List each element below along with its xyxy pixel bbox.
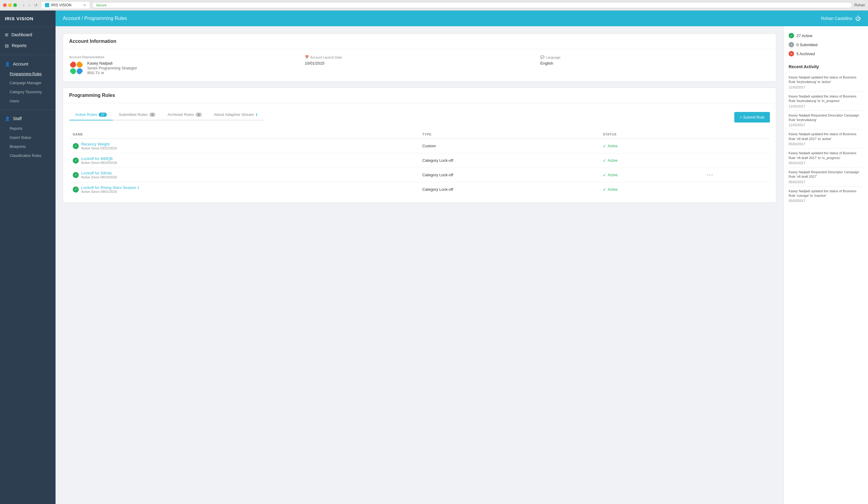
breadcrumb: Account / Programming Rules	[63, 16, 127, 21]
rule-name[interactable]: Recency Weight	[81, 142, 117, 146]
sidebar-item-programming-rules[interactable]: Programming Rules	[5, 69, 55, 79]
app-logo: IRIS VISION	[0, 11, 55, 27]
tabs-header: Active Rules 27 Submitted Rules 0 Archiv…	[69, 109, 264, 121]
sidebar-section-main: ⊞ Dashboard ▤ Reports	[0, 27, 55, 53]
forward-button[interactable]: ›	[28, 2, 31, 8]
sidebar-label-dashboard: Dashboard	[11, 32, 32, 37]
address-bar[interactable]: Secure	[92, 2, 852, 8]
rep-label: Account Representative	[69, 55, 299, 59]
rule-name[interactable]: Lockoff for MMQB	[81, 156, 117, 161]
language-section: 💬 Language English	[540, 55, 770, 65]
stats-list: ✓ 27 Active ✓ 0 Submitted ✕ 5 Archived	[789, 31, 863, 58]
browser-nav: ‹ › ↺	[22, 2, 39, 8]
submit-rule-button[interactable]: + Submit Rule	[734, 112, 770, 123]
sidebar-item-staff[interactable]: 👤 Staff	[0, 113, 55, 124]
launch-date-value: 10/01/2015	[305, 61, 535, 65]
active-check-icon: ✓	[603, 173, 606, 177]
tab-adaptive-stream[interactable]: About Adaptive Stream ℹ	[208, 109, 264, 120]
tab-archived-rules[interactable]: Archived Rules 5	[162, 109, 208, 120]
more-options[interactable]: •••	[706, 172, 713, 177]
logout-button[interactable]: ⏻	[855, 16, 861, 22]
tab-active-rules[interactable]: Active Rules 27	[69, 109, 113, 121]
active-check-icon: ✓	[603, 158, 606, 163]
reload-button[interactable]: ↺	[33, 2, 39, 8]
col-name: NAME	[69, 130, 418, 139]
rule-status-icon: ✓	[73, 143, 79, 149]
stat-archived-label: 5 Archived	[796, 52, 815, 56]
rule-name[interactable]: Lockoff for SIKids	[81, 171, 117, 175]
top-header: Account / Programming Rules Rohan Castel…	[55, 11, 868, 26]
activity-date: 05/02/2017	[789, 161, 863, 165]
rule-status: ✓ Active	[603, 158, 699, 163]
sidebar-item-category-taxonomy[interactable]: Category Taxonomy	[5, 88, 55, 96]
sidebar-item-blueprints[interactable]: Blueprints	[5, 142, 55, 151]
tab-btn-area: Active Rules 27 Submitted Rules 0 Archiv…	[69, 109, 770, 125]
activity-date: 05/02/2017	[789, 199, 863, 203]
stat-submitted: ✓ 0 Submitted	[789, 40, 863, 49]
sidebar-sub-account: Programming Rules Campaign Manager Categ…	[0, 69, 55, 106]
close-dot[interactable]	[3, 3, 7, 7]
sidebar-item-staff-reports[interactable]: Reports	[5, 124, 55, 133]
rule-type: Category Lock-off	[418, 182, 599, 197]
rep-company: IRIS.TV ✉	[87, 71, 137, 75]
reports-icon: ▤	[5, 43, 9, 48]
sidebar-item-reports[interactable]: ▤ Reports	[0, 40, 55, 51]
account-rep: Kasey Nadjadi Senior Programming Strateg…	[69, 61, 299, 75]
rules-tbody: ✓ Recency Weight Active Since 03/22/2016…	[69, 139, 770, 197]
col-status: STATUS	[599, 130, 703, 139]
stat-active-label: 27 Active	[796, 33, 813, 38]
rule-type: Category Lock-off	[418, 153, 599, 168]
activity-date: 11/02/2017	[789, 85, 863, 89]
minimize-dot[interactable]	[8, 3, 12, 7]
rule-type: Category Lock-off	[418, 168, 599, 182]
programming-rules-body: Active Rules 27 Submitted Rules 0 Archiv…	[63, 103, 776, 203]
activity-text: Kasey Nadjadi updated the status of Busi…	[789, 151, 863, 160]
sidebar-item-dashboard[interactable]: ⊞ Dashboard	[0, 29, 55, 40]
language-value: English	[540, 61, 770, 65]
active-check-icon: ✓	[603, 187, 606, 192]
account-icon: 👤	[5, 62, 10, 66]
rule-status-icon: ✓	[73, 157, 79, 164]
sidebar-item-classification-rules[interactable]: Classification Rules	[5, 151, 55, 160]
tab-submitted-rules[interactable]: Submitted Rules 0	[113, 109, 162, 120]
svg-point-1	[77, 62, 83, 68]
sidebar-item-users[interactable]: Users	[5, 96, 55, 106]
browser-tab[interactable]: IRIS VISION ✕	[41, 2, 90, 9]
active-icon: ✓	[789, 33, 794, 38]
language-label: 💬 Language	[540, 55, 770, 59]
email-icon[interactable]: ✉	[101, 71, 104, 75]
sidebar-item-campaign-manager[interactable]: Campaign Manager	[5, 79, 55, 88]
rep-info: Kasey Nadjadi Senior Programming Strateg…	[87, 61, 137, 75]
svg-point-3	[77, 68, 83, 74]
stat-submitted-label: 0 Submitted	[796, 43, 817, 47]
account-rep-section: Account Representative	[69, 55, 299, 75]
activity-date: 05/02/2017	[789, 180, 863, 184]
user-info: Rohan Castelino ⏻	[821, 16, 861, 22]
rule-status-icon: ✓	[73, 186, 79, 193]
rule-status: ✓ Active	[603, 144, 699, 148]
archived-rules-badge: 5	[196, 113, 202, 117]
account-info-title: Account Information	[69, 39, 770, 44]
table-row: ✓ Lockoff for MMQB Active Since 08/24/20…	[69, 153, 770, 168]
tab-close[interactable]: ✕	[83, 3, 86, 7]
rule-name[interactable]: Lockoff for Rising Stars Season 1	[81, 185, 140, 190]
programming-rules-card: Programming Rules Active Rules 27 Submit…	[63, 88, 776, 203]
back-button[interactable]: ‹	[22, 2, 25, 8]
account-info-card: Account Information Account Representati…	[63, 33, 776, 82]
activity-text: Kasey Nadjadi updated the status of Busi…	[789, 132, 863, 141]
activity-item: Kasey Nadjadi Requested Descriptor Campa…	[789, 167, 863, 186]
language-icon: 💬	[540, 55, 545, 59]
maximize-dot[interactable]	[13, 3, 17, 7]
sidebar-item-account[interactable]: 👤 Account	[0, 59, 55, 69]
rep-title: Senior Programming Strategist	[87, 66, 137, 70]
rule-since: Active Since 09/01/2016	[81, 190, 140, 194]
rule-type: Custom	[418, 139, 599, 153]
right-panel: ✓ 27 Active ✓ 0 Submitted ✕ 5 Archived R…	[784, 26, 868, 504]
content-area: Account Information Account Representati…	[55, 26, 784, 504]
app: IRIS VISION ⊞ Dashboard ▤ Reports 👤 Acco…	[0, 11, 868, 504]
sidebar-item-import-status[interactable]: Import Status	[5, 133, 55, 142]
svg-point-2	[70, 68, 76, 74]
rule-since: Active Since 08/24/2016	[81, 175, 117, 179]
programming-rules-header: Programming Rules	[63, 88, 776, 103]
launch-date-section: 📅 Account Launch Date 10/01/2015	[305, 55, 535, 65]
